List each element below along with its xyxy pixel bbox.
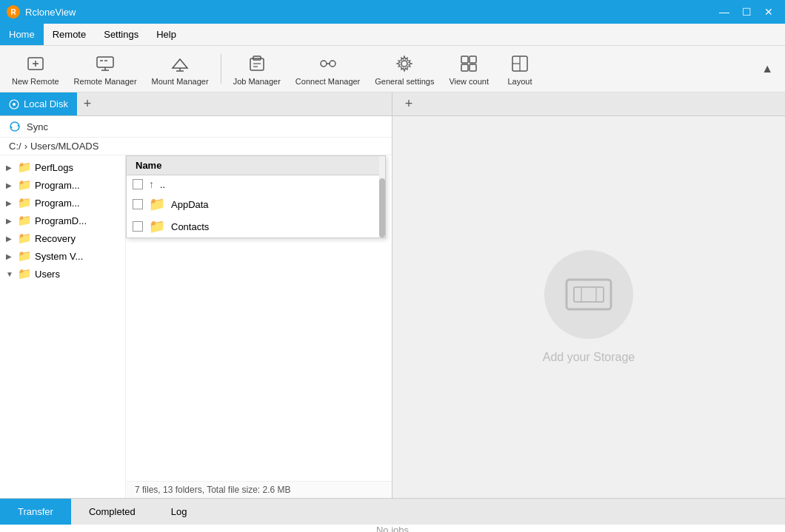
toolbar: New Remote Remote Manager Mount Manager [0,46,785,92]
toolbar-divider-1 [221,54,221,84]
storage-icon [544,250,633,339]
new-remote-button[interactable]: New Remote [6,49,65,89]
bottom-section: Transfer Completed Log No jobs [0,498,785,532]
tree-item-program1[interactable]: ▶ 📁 Program... [0,176,125,194]
dropdown-scrollbar[interactable] [379,156,385,238]
minimize-button[interactable]: — [714,4,735,19]
title-bar: R RcloneView — ☐ ✕ [0,0,785,24]
new-remote-icon [24,52,47,75]
breadcrumb-path[interactable]: Users/MLOADS [30,141,98,152]
app-icon: R [6,4,21,19]
mount-manager-label: Mount Manager [152,77,209,86]
file-list: Name ↑ .. 📁 AppData [126,155,392,498]
up-icon: ↑ [149,178,154,190]
general-settings-button[interactable]: General settings [369,49,440,89]
main-area: Local Disk + Sync C:/ › Users/MLOADS [0,92,785,532]
svg-rect-22 [461,64,468,71]
file-row-up[interactable]: ↑ .. [127,175,385,193]
tab-transfer[interactable]: Transfer [0,499,71,525]
svg-rect-23 [470,64,476,71]
tree-arrow: ▶ [6,235,15,243]
menu-bar: Home Remote Settings Help [0,24,785,46]
layout-button[interactable]: Layout [498,49,542,89]
right-tabs: + [392,92,785,116]
remote-manager-button[interactable]: Remote Manager [68,49,143,89]
view-count-button[interactable]: View count [443,49,495,89]
tree-item-systemv[interactable]: ▶ 📁 System V... [0,247,125,265]
job-manager-label: Job Manager [233,77,281,86]
window-controls: — ☐ ✕ [714,4,779,19]
folder-icon: 📁 [149,218,165,235]
close-button[interactable]: ✕ [758,4,779,19]
add-right-tab-button[interactable]: + [398,92,419,115]
remote-manager-icon [93,52,117,75]
tree-item-label: System V... [35,251,83,262]
svg-point-17 [330,61,335,67]
tree-item-label: Recovery [35,233,76,244]
left-panel: Local Disk + Sync C:/ › Users/MLOADS [0,92,392,498]
connect-manager-button[interactable]: Connect Manager [290,49,366,89]
tree-item-recovery[interactable]: ▶ 📁 Recovery [0,229,125,247]
mount-manager-button[interactable]: Mount Manager [146,49,215,89]
file-name-appdata: AppData [171,199,209,210]
svg-marker-29 [17,124,19,127]
add-left-tab-button[interactable]: + [77,92,98,115]
menu-remote[interactable]: Remote [44,24,96,45]
file-checkbox[interactable] [133,179,143,189]
tree-item-users[interactable]: ▼ 📁 Users [0,265,125,283]
general-settings-icon [392,52,416,75]
no-jobs-text: No jobs [376,525,409,532]
sync-bar: Sync [0,116,392,138]
file-row-contacts[interactable]: 📁 Contacts [127,215,385,238]
general-settings-label: General settings [375,77,434,86]
file-tree: ▶ 📁 PerfLogs ▶ 📁 Program... ▶ 📁 Program.… [0,155,126,498]
tab-completed[interactable]: Completed [71,499,153,525]
local-disk-tab[interactable]: Local Disk [0,92,77,115]
svg-marker-30 [10,126,13,129]
file-row-appdata[interactable]: 📁 AppData [127,193,385,215]
menu-settings[interactable]: Settings [95,24,147,45]
dropdown-header: Name [127,156,385,175]
local-disk-tab-label: Local Disk [24,98,68,110]
right-panel: + Add your Storage [392,92,785,498]
sync-label[interactable]: Sync [27,121,48,132]
file-list-area: ▶ 📁 PerfLogs ▶ 📁 Program... ▶ 📁 Program.… [0,155,392,498]
view-count-icon [457,52,481,75]
menu-help[interactable]: Help [147,24,185,45]
tree-arrow: ▼ [6,270,15,278]
menu-home[interactable]: Home [0,24,44,45]
tab-log[interactable]: Log [153,499,205,525]
svg-rect-5 [97,57,113,67]
svg-rect-20 [461,56,468,63]
bottom-tabs: Transfer Completed Log [0,498,785,525]
svg-point-28 [13,103,16,106]
tree-item-label: Users [35,269,60,280]
tree-item-label: Program... [35,180,80,191]
toolbar-collapse-button[interactable]: ▲ [755,59,779,78]
add-storage-text: Add your Storage [543,351,635,364]
local-disk-icon [9,99,19,110]
tree-item-programd[interactable]: ▶ 📁 ProgramD... [0,212,125,229]
folder-icon: 📁 [18,232,32,245]
folder-icon: 📁 [18,178,32,192]
tree-item-program2[interactable]: ▶ 📁 Program... [0,194,125,212]
file-dropdown: Name ↑ .. 📁 AppData [126,155,386,238]
job-manager-button[interactable]: Job Manager [227,49,287,89]
breadcrumb-root[interactable]: C:/ [9,141,21,152]
file-checkbox[interactable] [133,199,143,209]
job-manager-icon [245,52,269,75]
tree-arrow: ▶ [6,181,15,189]
svg-rect-21 [470,56,476,63]
svg-point-16 [321,61,327,67]
tree-item-perflogs[interactable]: ▶ 📁 PerfLogs [0,158,125,176]
tree-item-label: ProgramD... [35,215,87,226]
folder-icon: 📁 [18,161,32,174]
svg-text:R: R [10,8,16,16]
left-tabs: Local Disk + [0,92,392,116]
file-status: 7 files, 13 folders, Total file size: 2.… [126,481,392,498]
app-title: RcloneView [25,7,714,18]
connect-manager-icon [316,52,340,75]
add-storage-area: Add your Storage [392,116,785,498]
maximize-button[interactable]: ☐ [736,4,757,19]
file-checkbox[interactable] [133,221,143,232]
